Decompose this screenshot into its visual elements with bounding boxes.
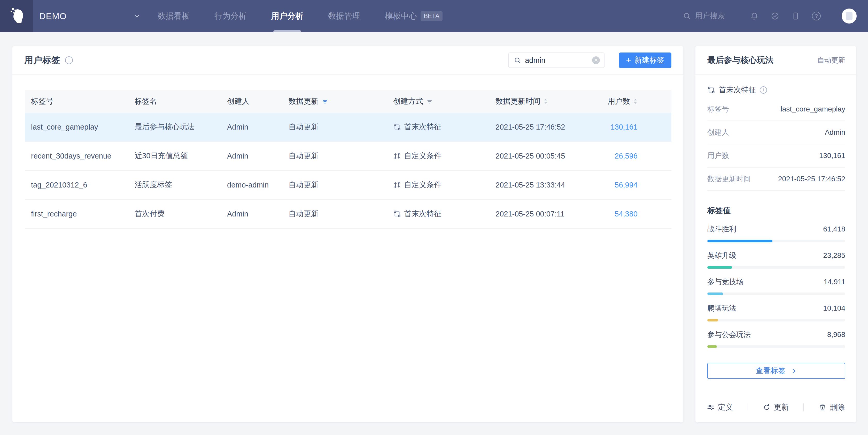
table-row[interactable]: first_recharge 首次付费 Admin 自动更新 首末次特征 202…	[25, 200, 672, 229]
navbar-right: 用户搜索 ?	[683, 8, 868, 24]
refresh-icon	[763, 403, 771, 411]
sort-icon[interactable]	[544, 98, 548, 105]
panel-actions: 定义 更新 删除	[695, 402, 856, 422]
panel-title: 最后参与核心玩法	[707, 55, 773, 66]
tags-table: 标签号 标签名 创建人 数据更新 创建方式 数据更新时间	[25, 90, 672, 229]
new-tag-button[interactable]: + 新建标签	[619, 53, 672, 68]
tag-value-item: 参与公会玩法 8,968	[707, 330, 845, 348]
main-content: 用户标签 ! ✕ + 新建标签 标签号 标签名 创建人 数据更新	[0, 32, 868, 435]
beta-badge: BETA	[421, 11, 442, 21]
panel-body: 首末次特征 i 标签号 last_core_gameplay 创建人 Admin…	[695, 75, 856, 394]
column-header-creator: 创建人	[221, 96, 282, 107]
user-avatar[interactable]	[842, 8, 857, 24]
notifications-bell-icon[interactable]	[750, 12, 759, 21]
table-header-row: 标签号 标签名 创建人 数据更新 创建方式 数据更新时间	[25, 90, 672, 113]
search-icon	[683, 12, 691, 21]
chevron-down-icon	[133, 12, 141, 20]
tag-values-heading: 标签值	[707, 205, 845, 216]
user-search-trigger[interactable]: 用户搜索	[683, 11, 725, 21]
tag-value-item: 参与竞技场 14,911	[707, 278, 845, 295]
first-last-feature-icon	[393, 123, 401, 131]
nav-item-template-center[interactable]: 模板中心 BETA	[385, 0, 442, 32]
value-bar	[707, 319, 845, 321]
tag-value-item: 英雄升级 23,285	[707, 251, 845, 269]
user-count-link[interactable]: 130,161	[604, 123, 638, 132]
first-last-feature-icon	[707, 86, 715, 94]
field-user-count: 用户数 130,161	[707, 144, 845, 168]
column-header-data-update: 数据更新	[282, 96, 387, 107]
field-update-time: 数据更新时间 2021-05-25 17:46:52	[707, 168, 845, 191]
chevron-right-icon	[791, 368, 797, 374]
nav-item-dashboards[interactable]: 数据看板	[158, 0, 190, 32]
tag-detail-panel: 最后参与核心玩法 自动更新 首末次特征 i 标签号 last_core_game…	[695, 46, 856, 422]
user-search-placeholder: 用户搜索	[695, 11, 725, 21]
value-bar	[707, 345, 845, 348]
divider	[803, 403, 804, 411]
table-row[interactable]: last_core_gameplay 最后参与核心玩法 Admin 自动更新 首…	[25, 113, 672, 142]
filter-icon[interactable]	[322, 98, 328, 105]
page-title: 用户标签	[24, 54, 60, 66]
nav-item-user-analysis[interactable]: 用户分析	[271, 0, 303, 32]
user-count-link[interactable]: 26,596	[604, 152, 638, 161]
value-bar	[707, 266, 845, 269]
card-header: 用户标签 ! ✕ + 新建标签	[12, 46, 683, 75]
value-bar	[707, 240, 845, 242]
nav-item-data-management[interactable]: 数据管理	[328, 0, 360, 32]
custom-condition-icon	[393, 181, 401, 189]
refresh-action[interactable]: 更新	[763, 402, 789, 412]
trash-icon	[819, 403, 827, 411]
tag-search-input[interactable]	[525, 56, 592, 65]
tasks-check-circle-icon[interactable]	[771, 12, 779, 21]
panel-header: 最后参与核心玩法 自动更新	[695, 46, 856, 75]
tag-value-item: 爬塔玩法 10,104	[707, 304, 845, 321]
tag-value-item: 战斗胜利 61,418	[707, 225, 845, 242]
clear-search-icon[interactable]: ✕	[592, 56, 600, 64]
custom-condition-icon	[393, 152, 401, 160]
column-header-creation-method: 创建方式	[387, 96, 489, 107]
delete-action[interactable]: 删除	[819, 402, 845, 412]
search-icon	[514, 56, 521, 64]
field-tag-id: 标签号 last_core_gameplay	[707, 98, 845, 121]
column-header-user-count: 用户数	[604, 96, 638, 107]
column-header-tag-name: 标签名	[128, 96, 221, 107]
app-logo[interactable]	[0, 0, 33, 32]
field-creator: 创建人 Admin	[707, 121, 845, 144]
tag-type-label: 首末次特征	[719, 85, 756, 95]
tag-type-row: 首末次特征 i	[707, 85, 845, 95]
table-row[interactable]: tag_20210312_6 活跃度标签 demo-admin 自动更新 自定义…	[25, 171, 672, 200]
column-header-update-time: 数据更新时间	[489, 96, 604, 107]
table-row[interactable]: recent_30days_revenue 近30日充值总额 Admin 自动更…	[25, 142, 672, 171]
tag-search-box: ✕	[508, 53, 604, 68]
column-header-tag-id: 标签号	[25, 96, 128, 107]
thinkingdata-logo-icon	[8, 6, 25, 26]
update-mode-label: 自动更新	[817, 56, 845, 65]
define-action[interactable]: 定义	[707, 402, 733, 412]
user-tags-card: 用户标签 ! ✕ + 新建标签 标签号 标签名 创建人 数据更新	[12, 46, 683, 422]
project-selector[interactable]: DEMO	[39, 11, 141, 21]
project-name: DEMO	[39, 11, 67, 21]
info-icon[interactable]: i	[760, 86, 767, 94]
divider	[748, 403, 748, 411]
avatar-placeholder	[846, 12, 852, 20]
nav-item-behavior-analysis[interactable]: 行为分析	[214, 0, 246, 32]
first-last-feature-icon	[393, 210, 401, 218]
sliders-icon	[707, 403, 715, 411]
view-tag-button[interactable]: 查看标签	[707, 363, 845, 379]
mobile-app-icon[interactable]	[791, 12, 800, 21]
main-nav: 数据看板 行为分析 用户分析 数据管理 模板中心 BETA	[145, 0, 455, 32]
user-count-link[interactable]: 54,380	[604, 210, 638, 218]
help-icon[interactable]: ?	[812, 12, 821, 21]
top-navbar: DEMO 数据看板 行为分析 用户分析 数据管理 模板中心 BETA 用户搜索	[0, 0, 868, 32]
filter-icon[interactable]	[426, 98, 433, 105]
value-bar	[707, 292, 845, 295]
plus-icon: +	[626, 56, 631, 64]
info-icon[interactable]: !	[65, 56, 73, 64]
sort-icon[interactable]	[633, 98, 638, 105]
user-count-link[interactable]: 56,994	[604, 181, 638, 189]
tag-fields: 标签号 last_core_gameplay 创建人 Admin 用户数 130…	[707, 98, 845, 191]
